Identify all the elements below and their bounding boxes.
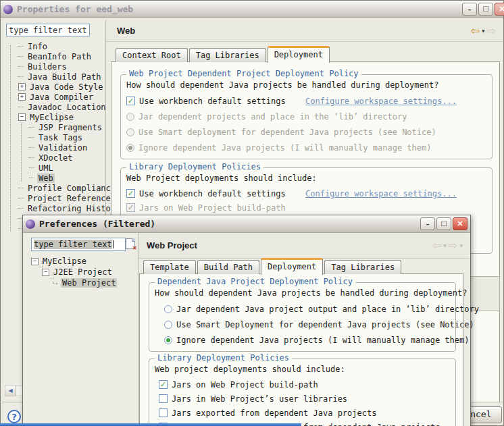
tree-item-label: Validation [37,143,89,153]
tree-item-javadoc-location[interactable]: Javadoc Location [5,102,106,112]
tree-item-myeclipse[interactable]: −MyEclipse [5,112,106,122]
radio-unchecked-icon[interactable] [164,321,172,329]
configure-workspace-settings-link[interactable]: Configure workspace settings... [305,97,457,106]
checkbox-checked-icon[interactable]: ✓ [126,97,135,105]
forward-menu-caret-icon[interactable]: ▼ [459,243,463,248]
page-header: Web ⇦ ▼ ⇨ [106,20,503,42]
collapse-minus-icon[interactable]: − [18,113,26,121]
group-intro-text: How should dependent Java projects be ha… [155,288,450,301]
checkbox-option-row: ✓Jars on Web Project build-path [155,377,450,392]
tab-template[interactable]: Template [143,260,196,274]
tree-connector [29,167,34,168]
radio-option-row: Ignore dependent Java projects (I will m… [155,332,450,348]
radio-unchecked-icon[interactable] [164,305,172,313]
tree-item-web[interactable]: Web [5,173,106,183]
maximize-button[interactable]: □ [478,3,493,16]
radio-option-row: Jar dependent Java project output and pl… [155,301,450,317]
radio-checked-icon[interactable] [164,336,172,344]
tree-connector [29,137,34,138]
checkbox-option-row: ✓Jars on Web Project build-path [126,201,486,215]
tree-item-label: Java Code Style [28,82,104,92]
panel-divider [138,233,138,426]
tab-build-path[interactable]: Build Path [197,260,259,274]
forward-icon[interactable]: ⇨ [487,26,496,36]
tree-item-label: Builders [26,62,68,72]
tree-item-java-code-style[interactable]: +Java Code Style [5,82,106,92]
tree-item-xdoclet[interactable]: XDoclet [5,153,106,163]
back-menu-caret-icon[interactable]: ▼ [443,243,447,248]
tree-item-builders[interactable]: Builders [5,61,106,72]
tab-context-root[interactable]: Context Root [116,48,188,62]
checkbox-unchecked-icon[interactable] [159,394,168,403]
eclipse-icon [26,219,35,229]
tree-item-label: BeanInfo Path [26,52,93,61]
window-title: Properties for eed_web [17,4,133,14]
tree-item-java-compiler[interactable]: +Java Compiler [5,92,106,102]
tree-item-web-project[interactable]: Web Project [28,277,133,288]
tree-item-profile-compliance-a[interactable]: Profile Compliance a [5,183,106,193]
tree-item-java-build-path[interactable]: Java Build Path [5,72,106,82]
radio-option-row: Ignore dependent Java projects (I will m… [126,140,486,155]
close-button[interactable]: × [495,3,504,16]
checkbox-option-row: Jars in Web Project’s user libraries [155,392,450,406]
expand-plus-icon[interactable]: + [18,93,26,101]
radio-unchecked-icon[interactable] [126,113,134,121]
preferences-tree: −MyEclipse−J2EE ProjectWeb Project [28,256,133,288]
tab-tag-libraries[interactable]: Tag Libraries [189,48,266,62]
group-intro-text: How should dependent Java projects be ha… [126,80,486,93]
minimize-button[interactable]: – [420,217,435,230]
option-label: Jars in Web Project’s user libraries [172,394,347,404]
tree-item-label: XDoclet [37,153,74,163]
option-label: Jars on Web Project build-path [172,380,318,390]
checkbox-option-row: ✓Use workbench default settingsConfigure… [126,93,486,109]
checkbox-checked-icon[interactable]: ✓ [126,203,135,212]
scroll-left-icon[interactable]: ◀ [5,385,16,396]
tree-item-info[interactable]: Info [5,41,106,51]
tree-connector [29,127,34,128]
option-label: Use Smart Deployment for dependent Java … [176,320,474,329]
page-title: Web [117,26,135,36]
filter-input[interactable]: type filter text [31,238,126,251]
radio-checked-icon[interactable] [126,144,134,152]
checkbox-option-row: Jars exported from dependent Java projec… [155,406,450,420]
group-title: Library Deployment Policies [126,162,263,171]
checkbox-unchecked-icon[interactable] [159,408,168,417]
tree-item-validation[interactable]: Validation [5,142,106,153]
back-icon[interactable]: ⇦ [471,26,480,36]
tree-item-uml[interactable]: UML [5,163,106,173]
checkbox-checked-icon[interactable]: ✓ [159,380,168,389]
tree-item-j2ee-project[interactable]: −J2EE Project [28,267,133,277]
group-title: Library Deployment Policies [155,353,292,363]
collapse-minus-icon[interactable]: − [42,269,49,276]
tab-deployment[interactable]: Deployment [268,46,330,63]
clear-filter-icon[interactable]: × [126,238,135,249]
tree-connector [18,56,24,57]
taskbar-edge[interactable] [0,423,301,426]
tree-item-task-tags[interactable]: Task Tags [5,132,106,142]
maximize-button[interactable]: □ [436,217,451,230]
back-menu-caret-icon[interactable]: ▼ [482,28,485,33]
minimize-button[interactable]: – [462,3,477,16]
tree-item-beaninfo-path[interactable]: BeanInfo Path [5,51,106,61]
tree-item-refactoring-history[interactable]: Refactoring History [5,203,106,213]
checkbox-checked-icon[interactable]: ✓ [126,189,135,198]
tree-item-project-references[interactable]: Project References [5,193,106,203]
filter-input[interactable]: type filter text [6,24,90,36]
radio-unchecked-icon[interactable] [126,128,134,136]
tree-connector [18,76,24,77]
collapse-minus-icon[interactable]: − [31,258,39,265]
tree-item-jsp-fragments[interactable]: JSP Fragments [5,122,106,132]
back-icon[interactable]: ⇦ [432,240,441,251]
preferences-window: Preferences (Filtered) – □ × type filter… [22,215,471,426]
text-cursor [113,240,114,248]
close-button[interactable]: × [453,217,468,230]
eclipse-icon [3,5,13,14]
tree-item-myeclipse[interactable]: −MyEclipse [28,256,133,267]
tab-tag-libraries[interactable]: Tag Libraries [324,260,401,274]
screen: Properties for eed_web – □ × type filter… [0,0,504,426]
help-button[interactable]: ? [7,410,21,423]
configure-workspace-settings-link[interactable]: Configure workspace settings... [305,189,457,198]
forward-icon[interactable]: ⇨ [449,240,457,251]
tab-deployment[interactable]: Deployment [261,258,323,275]
expand-plus-icon[interactable]: + [18,83,26,90]
